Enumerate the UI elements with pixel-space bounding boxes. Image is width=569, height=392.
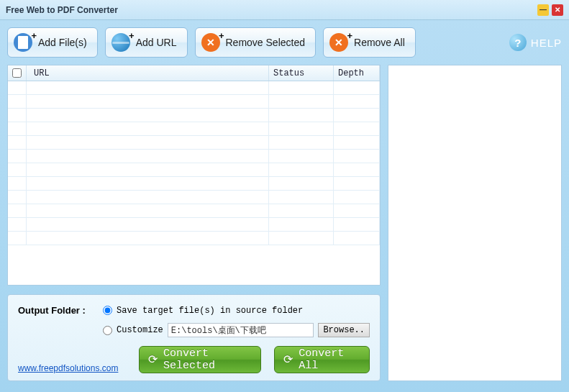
table-row [8,122,380,136]
table-row [8,109,380,122]
radio-source[interactable] [103,306,112,315]
globe-icon: + [111,33,130,52]
output-panel: Output Folder : Save target file(s) in s… [7,294,381,381]
radio-source-label: Save target file(s) in source folder [117,306,303,316]
convert-selected-label: Convert Selected [163,347,247,372]
select-all-checkbox[interactable] [12,68,22,78]
refresh-icon: ⟳ [148,352,158,367]
browse-button[interactable]: Browse.. [318,323,370,337]
output-folder-label: Output Folder : [18,305,103,316]
close-button[interactable]: ✕ [552,4,563,16]
main-content: URL Status Depth Output Folde [0,65,569,388]
plus-icon: + [219,30,224,41]
toolbar: + Add File(s) + Add URL + Remove Selecte… [0,20,569,65]
convert-buttons: ⟳ Convert Selected ⟳ Convert All [139,346,370,373]
window-title: Free Web to PDF Converter [6,5,534,15]
table-row [8,191,380,204]
help-icon: ? [509,34,527,51]
help-button[interactable]: ? HELP [509,34,562,51]
remove-all-label: Remove All [354,37,405,48]
convert-all-label: Convert All [299,347,356,372]
table-body [8,81,380,245]
select-all-header[interactable] [8,65,27,81]
table-row [8,218,380,232]
add-url-label: Add URL [136,37,177,48]
table-row [8,95,380,109]
add-url-button[interactable]: + Add URL [105,27,188,58]
convert-selected-button[interactable]: ⟳ Convert Selected [139,346,261,373]
table-row [8,81,380,95]
output-path-input[interactable]: E:\tools\桌面\下载吧 [168,323,314,337]
preview-panel [388,65,562,381]
file-icon: + [14,33,32,52]
convert-all-button[interactable]: ⟳ Convert All [274,346,370,373]
column-depth[interactable]: Depth [334,65,380,81]
output-row: Output Folder : Save target file(s) in s… [18,305,370,316]
add-files-label: Add File(s) [38,37,87,48]
column-url[interactable]: URL [27,65,269,81]
titlebar: Free Web to PDF Converter — ✕ [0,0,569,20]
minimize-button[interactable]: — [537,4,549,16]
add-files-button[interactable]: + Add File(s) [7,27,98,58]
table-row [8,150,380,163]
refresh-icon: ⟳ [283,352,293,367]
plus-icon: + [129,30,135,41]
remove-icon: + [201,33,220,52]
table-row [8,163,380,177]
remove-selected-button[interactable]: + Remove Selected [195,27,317,58]
column-status[interactable]: Status [269,65,334,81]
radio-customize-row: Customize E:\tools\桌面\下载吧 Browse.. [103,323,370,337]
table-row [8,232,380,245]
radio-source-row: Save target file(s) in source folder [103,306,303,316]
plus-icon: + [31,30,37,41]
radio-customize[interactable] [103,326,112,335]
help-label: HELP [531,37,562,49]
table-row [8,177,380,191]
radio-customize-label: Customize [117,325,163,335]
remove-icon: + [329,33,348,52]
file-table: URL Status Depth [7,65,381,286]
plus-icon: + [347,30,352,41]
footer-link[interactable]: www.freepdfsolutions.com [18,363,118,373]
table-row [8,136,380,150]
table-row [8,204,380,218]
table-header: URL Status Depth [8,65,380,81]
remove-all-button[interactable]: + Remove All [323,27,416,58]
remove-selected-label: Remove Selected [226,37,306,48]
